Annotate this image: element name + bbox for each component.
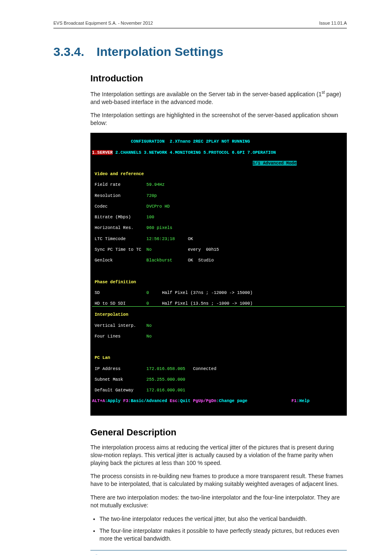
term-row-genlock: Genlock Blackburst OK Studio (92, 258, 345, 263)
term-row-hdtosd: HD to SD SDI 0 Half Pixel (13.5ns ; -100… (92, 301, 345, 307)
note-box: Note All VTRs use interpolation in PLAY … (90, 550, 347, 555)
term-row-bitrate: Bitrate (Mbps) 100 (92, 215, 345, 220)
intro-heading: Introduction (90, 73, 347, 84)
section-title-text: Interpolation Settings (97, 45, 223, 59)
term-group-phase: Phase definition (92, 280, 345, 285)
page-header: EVS Broadcast Equipment S.A. - November … (53, 21, 347, 28)
general-heading: General Description (90, 427, 347, 438)
general-li2: The four-line interpolator makes it poss… (99, 527, 347, 543)
term-footer: ALT+A:Apply F3:Basic/Advanced Esc:Quit P… (92, 398, 345, 404)
general-list: The two-line interpolator reduces the ve… (90, 515, 347, 543)
term-group-video: Video and reference (92, 171, 345, 177)
term-group-pclan: PC Lan (92, 355, 345, 361)
term-title: CONFIGURATION 2.XTnano 2REC 2PLAY NOT RU… (92, 139, 345, 144)
header-right: Issue 11.01.A (319, 21, 347, 25)
term-group-interp: Interpolation (92, 312, 345, 317)
term-row-fourlines: Four Lines No (92, 334, 345, 339)
term-tabs: 1.SERVER 2.CHANNELS 3.NETWORK 4.MONITORI… (92, 150, 345, 155)
term-row-subnet: Subnet Mask 255.255.000.000 (92, 377, 345, 382)
note-body: Note All VTRs use interpolation in PLAY … (108, 554, 226, 555)
general-p3: There are two interpolation modes: the t… (90, 494, 347, 509)
term-blank1 (92, 268, 345, 274)
general-li1: The two-line interpolator reduces the ve… (99, 515, 347, 523)
header-left: EVS Broadcast Equipment S.A. - November … (53, 21, 153, 25)
term-row-gateway: Default Gateway 172.016.000.001 (92, 388, 345, 393)
term-blank2 (92, 345, 345, 350)
term-row-ltc: LTC Timecode 12:56:23;18 OK (92, 236, 345, 242)
terminal-screenshot: CONFIGURATION 2.XTnano 2REC 2PLAY NOT RU… (90, 133, 347, 416)
term-row-sync: Sync PC Time to TC No every 00h15 (92, 247, 345, 252)
section-number: 3.3.4. (53, 45, 84, 59)
term-row-vinterp: Vertical interp. No (92, 323, 345, 328)
intro-paragraph-2: The Interpolation settings are highlight… (90, 111, 347, 127)
term-row-codec: Codec DVCPro HD (92, 204, 345, 209)
pencil-icon (90, 554, 103, 555)
term-mode: 1/1 Advanced Mode (92, 161, 345, 166)
intro-p1-a: The Interpolation settings are available… (90, 91, 322, 97)
intro-paragraph-1: The Interpolation settings are available… (90, 90, 347, 106)
general-p1: The interpolation process aims at reduci… (90, 444, 347, 467)
section-heading: 3.3.4. Interpolation Settings (53, 45, 347, 59)
term-row-sd: SD 0 Half Pixel (37ns ; -12000 -> 15000) (92, 290, 345, 296)
term-row-fieldrate: Field rate 59.94Hz (92, 182, 345, 187)
term-row-hres: Horizontal Res. 960 pixels (92, 225, 345, 231)
note-head: Note (108, 554, 226, 555)
general-p2: The process consists in re-building new … (90, 472, 347, 488)
term-row-ip: IP Address 172.016.058.005 Connected (92, 366, 345, 372)
term-row-resolution: Resolution 720p (92, 193, 345, 199)
